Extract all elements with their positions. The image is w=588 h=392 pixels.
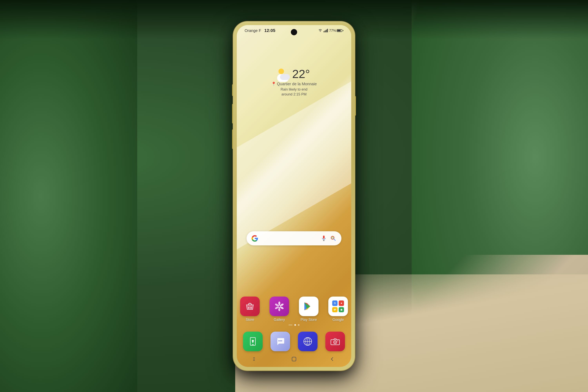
- app-item-gallery[interactable]: Gallery: [268, 296, 291, 322]
- carrier-text: Orange F: [244, 28, 261, 33]
- dock-phone[interactable]: [243, 332, 263, 351]
- store-label: Store: [246, 318, 254, 322]
- status-right-icons: 77%: [318, 28, 344, 33]
- phone-icon: [243, 332, 263, 351]
- cloud: [280, 74, 290, 80]
- phone: Orange F 12:05: [233, 22, 355, 370]
- search-mic-icon[interactable]: [320, 235, 327, 242]
- nav-recent-button[interactable]: [250, 355, 262, 363]
- playstore-icon: [299, 296, 318, 316]
- dock-camera[interactable]: [325, 332, 345, 351]
- time-text: 12:05: [264, 28, 275, 33]
- app-item-playstore[interactable]: Play Store: [297, 296, 320, 322]
- svg-point-27: [281, 340, 282, 342]
- svg-rect-0: [323, 236, 324, 239]
- svg-text:G: G: [334, 302, 336, 304]
- nav-bar: [237, 351, 351, 367]
- store-icon: [240, 296, 260, 316]
- weather-icon: [278, 68, 290, 80]
- page-indicator: [288, 324, 300, 326]
- svg-rect-22: [334, 310, 336, 310]
- phone-screen: Orange F 12:05: [237, 25, 351, 367]
- dock-browser[interactable]: [298, 332, 318, 351]
- weather-description: Rain likely to end around 2:15 PM: [271, 87, 317, 97]
- gallery-icon: [270, 296, 289, 316]
- svg-point-6: [332, 237, 333, 238]
- svg-point-33: [334, 342, 336, 343]
- phone-shell: Orange F 12:05: [233, 22, 355, 370]
- gallery-label: Gallery: [274, 318, 285, 322]
- svg-point-9: [250, 307, 252, 308]
- battery-tip: [343, 30, 344, 31]
- status-icons: 77%: [318, 28, 344, 33]
- sun-circle: [278, 68, 284, 74]
- svg-line-5: [334, 239, 335, 240]
- bixby-button[interactable]: [232, 129, 233, 149]
- google-icon: G: [328, 296, 348, 316]
- svg-point-20: [341, 302, 342, 304]
- dot-inactive: [298, 324, 300, 326]
- search-bar[interactable]: [246, 231, 342, 246]
- foliage-left: [0, 0, 137, 392]
- wifi-icon: [318, 28, 322, 33]
- camera-cutout: [291, 29, 297, 35]
- svg-point-17: [278, 305, 280, 307]
- app-grid: Store: [238, 296, 350, 322]
- location-text: Quartier de la Monnaie: [277, 82, 317, 86]
- weather-desc-line2: around 2:15 PM: [282, 92, 306, 96]
- dock: [243, 332, 345, 351]
- signal-icon: [324, 29, 328, 32]
- battery-percent: 77%: [329, 28, 336, 33]
- weather-location: 📍 Quartier de la Monnaie: [271, 82, 317, 86]
- messages-icon: [270, 332, 290, 351]
- svg-point-14: [278, 308, 280, 311]
- svg-point-25: [278, 340, 280, 342]
- dot-active: [294, 324, 296, 326]
- weather-row: 22°: [271, 68, 317, 80]
- playstore-label: Play Store: [300, 318, 317, 322]
- weather-desc-line1: Rain likely to end: [280, 88, 307, 91]
- dot-line: [288, 324, 292, 325]
- svg-rect-38: [292, 357, 296, 361]
- nav-back-button[interactable]: [326, 355, 338, 363]
- battery-body: [337, 29, 342, 32]
- svg-point-34: [337, 340, 338, 341]
- browser-icon: [298, 332, 318, 351]
- google-g-icon: [251, 235, 258, 242]
- svg-point-11: [278, 302, 280, 305]
- svg-point-8: [248, 307, 249, 308]
- svg-point-26: [280, 340, 281, 342]
- camera-icon: [325, 332, 345, 351]
- svg-rect-21: [334, 309, 336, 309]
- battery-fill: [337, 30, 341, 31]
- google-label: Google: [332, 318, 344, 322]
- weather-widget: 22° 📍 Quartier de la Monnaie Rain likely…: [271, 68, 317, 97]
- svg-rect-23: [334, 310, 335, 310]
- battery-icon: 77%: [329, 28, 344, 33]
- app-item-store[interactable]: Store: [238, 296, 262, 322]
- app-item-google[interactable]: G Google: [326, 296, 350, 322]
- location-pin-icon: 📍: [271, 82, 276, 86]
- svg-rect-24: [252, 344, 254, 345]
- search-lens-icon[interactable]: [330, 235, 337, 242]
- power-button[interactable]: [355, 96, 356, 116]
- weather-temperature: 22°: [292, 68, 310, 80]
- volume-down-button[interactable]: [232, 104, 233, 124]
- volume-up-button[interactable]: [232, 84, 233, 96]
- dock-messages[interactable]: [270, 332, 290, 351]
- nav-home-button[interactable]: [288, 355, 300, 363]
